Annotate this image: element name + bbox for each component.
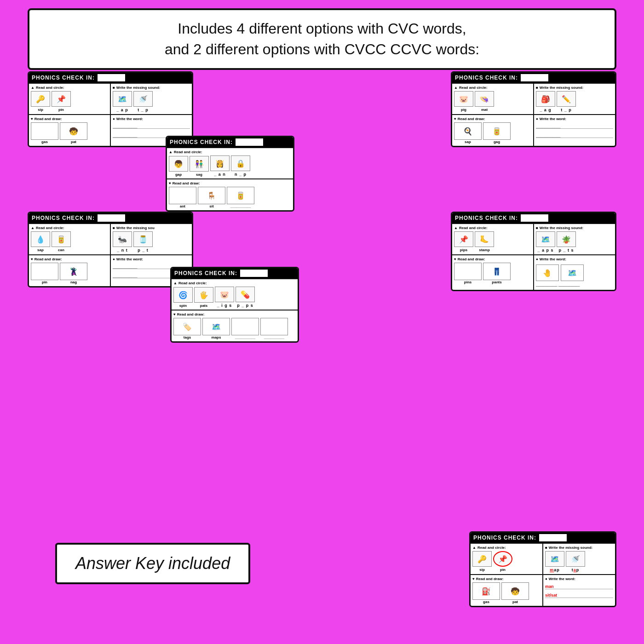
card1-title: PHONICS CHECK IN: xyxy=(32,75,95,81)
card1-write-label: ■Write the missing sound: xyxy=(113,86,190,90)
worksheet-card-5: PHONICS CHECK IN: ▲Read and circle: 📌 pi… xyxy=(451,212,616,291)
card1-header: PHONICS CHECK IN: xyxy=(29,73,192,83)
card1-blank1: 🗺️ _ a p xyxy=(113,91,132,112)
card1-img-pin: 📌 pin xyxy=(52,91,71,112)
card1-name-box xyxy=(98,74,125,81)
card1-draw-items: gas 🧒 pat xyxy=(31,122,108,144)
answer-worksheet-card: PHONICS CHECK IN: ▲Read and circle: 🔑 si… xyxy=(469,531,616,607)
answer-key-box: Answer Key included xyxy=(55,543,250,584)
worksheet-card-4: PHONICS CHECK IN: ▲Read and circle: 💧 sa… xyxy=(28,212,193,288)
card2-top-row: ▲Read and circle: 🐷 pig 👒 mat ■Write the… xyxy=(452,83,615,114)
card1-images: 🔑 sip 📌 pin xyxy=(31,91,108,112)
card1-read-draw: ♥Read and draw: gas 🧒 pat xyxy=(29,115,110,146)
answer-key-text: Answer Key included xyxy=(75,554,230,573)
card1-draw-pat: 🧒 pat xyxy=(60,122,87,144)
card1-top-row: ▲Read and circle: 🔑 sip 📌 pin ■Write the… xyxy=(29,83,192,114)
card2-read-circle: ▲Read and circle: 🐷 pig 👒 mat xyxy=(452,84,533,114)
header-box: Includes 4 different options with CVC wo… xyxy=(28,8,616,70)
worksheet-card-2: PHONICS CHECK IN: ▲Read and circle: 🐷 pi… xyxy=(451,71,616,147)
worksheet-card-6: PHONICS CHECK IN: ▲Read and circle: 🌀 sp… xyxy=(170,267,299,343)
card1-read-circle: ▲Read and circle: 🔑 sip 📌 pin xyxy=(29,84,110,114)
card1-read-label: ▲Read and circle: xyxy=(31,86,108,90)
card2-name-box xyxy=(521,74,548,81)
card1-blanks: 🗺️ _ a p 🚿 t _ p xyxy=(113,91,190,112)
card1-img-sip: 🔑 sip xyxy=(31,91,50,112)
card2-title: PHONICS CHECK IN: xyxy=(455,75,518,81)
card2-header: PHONICS CHECK IN: xyxy=(452,73,615,83)
card1-write-word-label: ●Write the word: xyxy=(113,117,190,121)
card1-draw-label: ♥Read and draw: xyxy=(31,117,108,121)
card1-draw-gas: gas xyxy=(31,122,58,144)
worksheet-card-3: PHONICS CHECK IN: ▲Read and circle: 👦 ga… xyxy=(166,136,294,212)
card1-blank2: 🚿 t _ p xyxy=(133,91,153,112)
card1-write-sound: ■Write the missing sound: 🗺️ _ a p 🚿 t _… xyxy=(110,84,192,114)
header-text: Includes 4 different options with CVC wo… xyxy=(40,18,604,60)
